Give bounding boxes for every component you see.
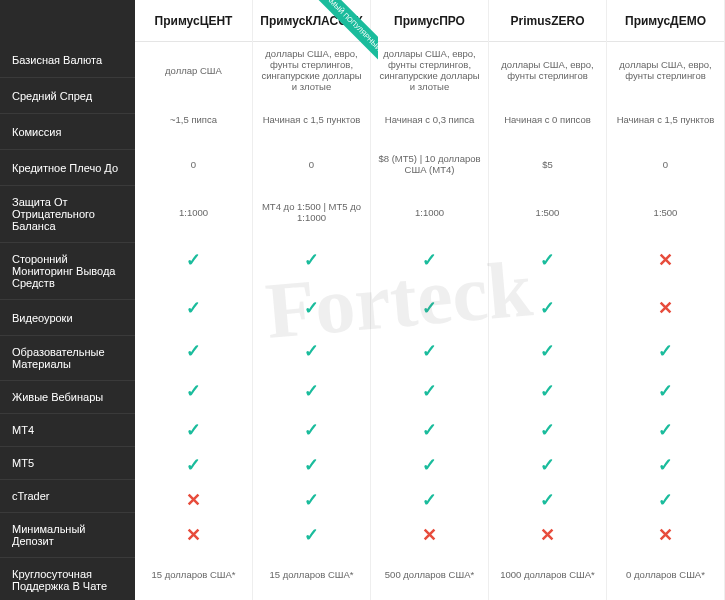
check-icon: ✓ [489, 482, 606, 517]
empty-cell [371, 596, 488, 600]
check-icon: ✓ [371, 284, 488, 332]
feature-label: cTrader [0, 480, 135, 513]
plan-value: $5 [489, 140, 606, 188]
check-icon: ✓ [371, 412, 488, 447]
plan-value: доллары США, евро, фунты стерлингов, син… [371, 42, 488, 98]
feature-label: Минимальный Депозит [0, 513, 135, 558]
comparison-table: Базисная ВалютаСредний СпредКомиссияКред… [0, 0, 725, 600]
feature-labels-column: Базисная ВалютаСредний СпредКомиссияКред… [0, 0, 135, 600]
feature-label: Образовательные Материалы [0, 336, 135, 381]
plan-column: ПримусКЛАССИКСАМЫЙ ПОПУЛЯРНЫЙдоллары США… [253, 0, 371, 600]
feature-label: Сторонний Мониторинг Вывода Средств [0, 243, 135, 300]
check-icon: ✓ [135, 370, 252, 412]
plan-value: 0 [253, 140, 370, 188]
check-icon: ✓ [371, 370, 488, 412]
plan-value: Начиная с 1,5 пунктов [607, 98, 724, 140]
empty-cell [489, 596, 606, 600]
plans-container: ПримусЦЕНТдоллар США~1,5 пипса01:1000✓✓✓… [135, 0, 725, 600]
check-icon: ✓ [135, 447, 252, 482]
check-icon: ✓ [135, 236, 252, 284]
check-icon: ✓ [253, 517, 370, 552]
check-icon: ✓ [489, 447, 606, 482]
plan-value: MT4 до 1:500 | MT5 до 1:1000 [253, 188, 370, 236]
plan-column: ПримусЦЕНТдоллар США~1,5 пипса01:1000✓✓✓… [135, 0, 253, 600]
check-icon: ✓ [489, 236, 606, 284]
check-icon: ✓ [371, 236, 488, 284]
check-icon: ✓ [607, 482, 724, 517]
cross-icon: ✕ [135, 482, 252, 517]
plan-value: 0 [607, 140, 724, 188]
check-icon: ✓ [135, 412, 252, 447]
plan-column: ПримусПРОдоллары США, евро, фунты стерли… [371, 0, 489, 600]
plan-value: доллары США, евро, фунты стерлингов, син… [253, 42, 370, 98]
feature-label: Кредитное Плечо До [0, 150, 135, 186]
check-icon: ✓ [253, 236, 370, 284]
plan-value: 15 долларов США* [135, 552, 252, 596]
feature-label: MT5 [0, 447, 135, 480]
plan-value: 1:500 [489, 188, 606, 236]
empty-cell [253, 596, 370, 600]
plan-value: Начиная с 0 пипсов [489, 98, 606, 140]
cross-icon: ✕ [371, 517, 488, 552]
plan-value: $8 (MT5) | 10 долларов США (MT4) [371, 140, 488, 188]
check-icon: ✓ [489, 370, 606, 412]
check-icon: ✓ [135, 284, 252, 332]
empty-cell [135, 596, 252, 600]
check-icon: ✓ [253, 284, 370, 332]
check-icon: ✓ [489, 284, 606, 332]
plan-name: PrimusZERO [489, 0, 606, 42]
plan-value: Начиная с 1,5 пунктов [253, 98, 370, 140]
check-icon: ✓ [253, 447, 370, 482]
check-icon: ✓ [253, 412, 370, 447]
plan-column: ПримусДЕМОдоллары США, евро, фунты стерл… [607, 0, 725, 600]
cross-icon: ✕ [607, 517, 724, 552]
plan-value: 1:500 [607, 188, 724, 236]
cross-icon: ✕ [607, 236, 724, 284]
plan-value: 1:1000 [371, 188, 488, 236]
cross-icon: ✕ [135, 517, 252, 552]
plan-name: ПримусЦЕНТ [135, 0, 252, 42]
feature-label: Комиссия [0, 114, 135, 150]
check-icon: ✓ [607, 447, 724, 482]
plan-name: ПримусПРО [371, 0, 488, 42]
plan-value: доллары США, евро, фунты стерлингов [607, 42, 724, 98]
check-icon: ✓ [253, 332, 370, 370]
cross-icon: ✕ [607, 284, 724, 332]
check-icon: ✓ [371, 332, 488, 370]
check-icon: ✓ [371, 482, 488, 517]
feature-label: Круглосуточная Поддержка В Чате [0, 558, 135, 600]
check-icon: ✓ [371, 447, 488, 482]
plan-value: 1:1000 [135, 188, 252, 236]
feature-label: Средний Спред [0, 78, 135, 114]
check-icon: ✓ [489, 332, 606, 370]
plan-value: ~1,5 пипса [135, 98, 252, 140]
plan-value: 1000 долларов США* [489, 552, 606, 596]
plan-value: 0 долларов США* [607, 552, 724, 596]
plan-name: ПримусКЛАССИК [253, 0, 370, 42]
plan-value: 15 долларов США* [253, 552, 370, 596]
cross-icon: ✕ [489, 517, 606, 552]
plan-value: 0 [135, 140, 252, 188]
plan-name: ПримусДЕМО [607, 0, 724, 42]
check-icon: ✓ [607, 412, 724, 447]
plan-value: Начиная с 0,3 пипса [371, 98, 488, 140]
check-icon: ✓ [607, 370, 724, 412]
feature-label: Живые Вебинары [0, 381, 135, 414]
empty-cell [607, 596, 724, 600]
plan-value: доллары США, евро, фунты стерлингов [489, 42, 606, 98]
feature-label: Базисная Валюта [0, 42, 135, 78]
feature-label: Защита От Отрицательного Баланса [0, 186, 135, 243]
plan-value: 500 долларов США* [371, 552, 488, 596]
plan-column: PrimusZEROдоллары США, евро, фунты стерл… [489, 0, 607, 600]
check-icon: ✓ [253, 482, 370, 517]
feature-label: Видеоуроки [0, 300, 135, 336]
check-icon: ✓ [489, 412, 606, 447]
check-icon: ✓ [135, 332, 252, 370]
check-icon: ✓ [253, 370, 370, 412]
check-icon: ✓ [607, 332, 724, 370]
feature-label: MT4 [0, 414, 135, 447]
plan-value: доллар США [135, 42, 252, 98]
